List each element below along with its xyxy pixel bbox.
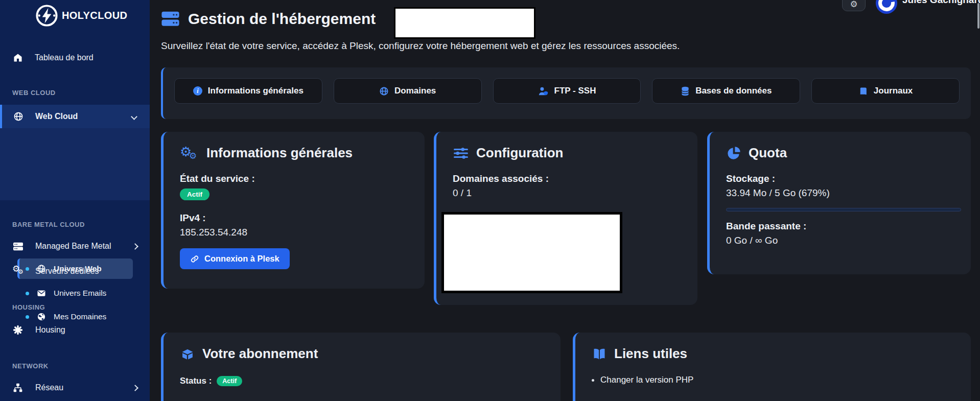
card-configuration: Configuration Domaines associés : 0 / 1 [434,132,697,305]
storage-progress-bar [726,208,961,211]
bullet-dot-icon [26,315,29,319]
sidebar-item-label: Housing [35,325,65,335]
domains-label: Domaines associés : [453,173,681,184]
sidebar-item-univers-emails[interactable]: Univers Emails [19,284,142,302]
tab-label: Informations générales [208,86,304,96]
page-title: Gestion de l'hébergement [188,10,376,28]
sidebar-item-label: Serveurs dédiées [35,267,99,276]
sidebar-item-web-cloud[interactable]: Web Cloud [0,105,150,128]
sidebar-section-network: NETWORK [12,362,49,370]
subscription-status-label: Status : [180,376,212,386]
storage-value: 33.94 Mo / 5 Go (679%) [726,187,954,199]
brand-logo[interactable]: HOLYCLOUD [35,4,127,28]
tab-bases-de-donnees[interactable]: Bases de données [652,78,800,104]
tab-label: Journaux [874,86,913,96]
sidebar-item-managed-bare-metal[interactable]: Managed Bare Metal [0,238,150,255]
plesk-login-button[interactable]: Connexion à Plesk [180,248,290,269]
globe-icon [379,86,389,96]
tab-label: FTP - SSH [554,86,596,96]
envelope-icon [37,289,46,298]
page-subtitle: Surveillez l'état de votre service, accé… [161,40,680,52]
sidebar: HOLYCLOUD Tableau de bord WEB CLOUD Web … [0,0,150,401]
sidebar-item-dashboard[interactable]: Tableau de bord [0,49,150,66]
user-name[interactable]: Jules Gachignard [902,0,980,6]
card-title-row: Liens utiles [592,346,954,362]
sidebar-item-label: Mes Domaines [54,312,106,321]
globe-icon [13,111,24,122]
sidebar-item-label: Tableau de bord [35,53,94,62]
sidebar-item-serveurs-dediees[interactable]: ⚙ ⚙ Serveurs dédiées [0,263,150,280]
home-icon [13,53,23,63]
app-screen: HOLYCLOUD Tableau de bord WEB CLOUD Web … [0,0,980,401]
plesk-button-label: Connexion à Plesk [204,254,279,264]
user-avatar[interactable] [876,0,897,14]
chevron-right-icon [132,385,138,391]
card-title: Informations générales [206,145,353,161]
sidebar-item-label: Réseau [35,383,63,392]
settings-button[interactable]: ⚙ [842,0,866,11]
package-icon [180,347,195,361]
network-icon [13,383,23,393]
storage-label: Stockage : [726,173,954,184]
earth-icon [37,312,46,321]
useful-links-list: Changer la version PHP [592,375,954,385]
pie-chart-icon [726,146,741,161]
card-votre-abonnement: Votre abonnement Status : Actif [161,333,561,401]
chevron-right-icon [132,243,138,250]
asterisk-icon [13,325,23,335]
tab-label: Domaines [394,86,436,96]
link-changer-version-php[interactable]: Changer la version PHP [592,375,954,385]
card-title-row: ⚙ ⚙ Informations générales [180,145,408,161]
ipv4-value: 185.253.54.248 [180,227,408,238]
open-book-icon [592,347,607,361]
card-liens-utiles: Liens utiles Changer la version PHP [573,333,971,401]
card-title-row: Votre abonnement [180,346,544,362]
sidebar-item-label: Univers Emails [54,289,106,298]
sidebar-section-web-cloud: WEB CLOUD [12,89,56,97]
gears-icon: ⚙ ⚙ [180,146,199,161]
lightning-logo-icon [35,4,59,28]
sidebar-item-label: Web Cloud [35,112,78,121]
server-stack-icon [161,11,180,27]
card-title: Liens utiles [614,346,687,362]
bullet-dot-icon [592,379,594,382]
info-icon: i [193,86,202,96]
tab-ftp-ssh[interactable]: FTP - SSH [493,78,641,104]
gears-icon: ⚙ ⚙ [12,266,25,277]
sidebar-submenu: Univers Web Univers Emails Mes Domaines [0,128,150,200]
card-title: Quota [749,145,787,161]
card-title-row: Configuration [453,145,681,161]
status-badge: Actif [180,188,209,200]
sidebar-item-housing[interactable]: Housing [0,321,150,339]
scrollbar-thumb[interactable] [977,3,979,29]
card-title-row: Quota [726,145,954,161]
service-state-label: État du service : [180,173,408,184]
sliders-icon [453,146,469,161]
bandwidth-value: 0 Go / ∞ Go [726,235,954,246]
tab-domaines[interactable]: Domaines [334,78,482,104]
server-icon [13,242,24,251]
card-title: Configuration [476,145,563,161]
chevron-down-icon [131,113,137,120]
link-icon [190,254,199,264]
redacted-box [394,7,535,39]
sidebar-item-reseau[interactable]: Réseau [0,379,150,396]
tab-informations-generales[interactable]: i Informations générales [174,78,322,104]
user-shield-icon [538,86,549,96]
book-icon [858,86,868,96]
sidebar-section-housing: HOUSING [12,303,45,311]
ipv4-label: IPv4 : [180,213,408,224]
card-quota: Quota Stockage : 33.94 Mo / 5 Go (679%) … [707,132,971,274]
status-badge: Actif [217,376,242,386]
section-tabs: i Informations générales Domaines FTP - … [161,67,971,119]
card-informations-generales: ⚙ ⚙ Informations générales État du servi… [161,132,425,289]
page-header: Gestion de l'hébergement [161,10,376,28]
sidebar-section-bare-metal: BARE METAL CLOUD [12,221,85,228]
database-icon [681,86,690,96]
tab-journaux[interactable]: Journaux [811,78,960,104]
tab-label: Bases de données [695,86,772,96]
link-label: Changer la version PHP [600,375,693,385]
brand-name: HOLYCLOUD [62,10,127,21]
domains-value: 0 / 1 [453,187,681,199]
redacted-box [441,212,622,293]
